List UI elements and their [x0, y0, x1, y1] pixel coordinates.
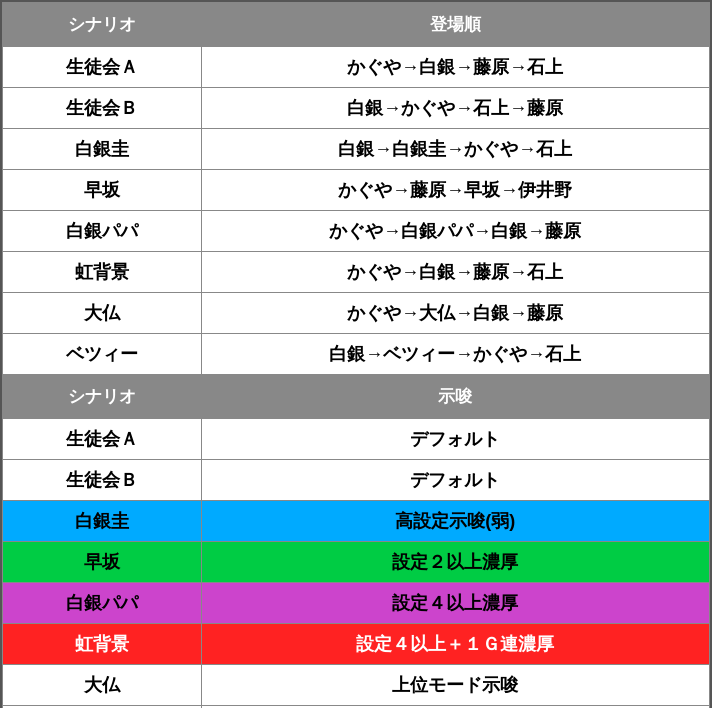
scenario-cell: 虹背景 — [3, 252, 202, 293]
scenario-cell: 生徒会Ｂ — [3, 88, 202, 129]
content-cell: 高設定示唆(弱) — [201, 501, 709, 542]
content-cell: 上位モード示唆 — [201, 665, 709, 706]
table-row: 白銀パパ かぐや→白銀パパ→白銀→藤原 — [3, 211, 710, 252]
content-cell: かぐや→藤原→早坂→伊井野 — [201, 170, 709, 211]
scenario-cell: 大仏 — [3, 665, 202, 706]
scenario-cell: 早坂 — [3, 170, 202, 211]
table-row: 虹背景 設定４以上＋１Ｇ連濃厚 — [3, 624, 710, 665]
table-row: 大仏 かぐや→大仏→白銀→藤原 — [3, 293, 710, 334]
table-row: ベツィー 白銀→ベツィー→かぐや→石上 — [3, 334, 710, 375]
table-row: 早坂 設定２以上濃厚 — [3, 542, 710, 583]
section1-col2-header: 登場順 — [201, 3, 709, 47]
scenario-cell: 白銀パパ — [3, 583, 202, 624]
content-cell: 白銀→ベツィー→かぐや→石上 — [201, 334, 709, 375]
table-row: 生徒会Ｂ デフォルト — [3, 460, 710, 501]
content-cell: かぐや→白銀パパ→白銀→藤原 — [201, 211, 709, 252]
content-cell: かぐや→白銀→藤原→石上 — [201, 252, 709, 293]
section1-header-row: シナリオ 登場順 — [3, 3, 710, 47]
content-cell: 設定４以上＋１Ｇ連濃厚 — [201, 624, 709, 665]
scenario-cell: 白銀圭 — [3, 501, 202, 542]
table-row: 生徒会Ｂ 白銀→かぐや→石上→藤原 — [3, 88, 710, 129]
scenario-cell: 白銀パパ — [3, 211, 202, 252]
table-row: 早坂 かぐや→藤原→早坂→伊井野 — [3, 170, 710, 211]
content-cell: デフォルト — [201, 419, 709, 460]
section2-header-row: シナリオ 示唆 — [3, 375, 710, 419]
content-cell: かぐや→白銀→藤原→石上 — [201, 47, 709, 88]
table-row: 大仏 上位モード示唆 — [3, 665, 710, 706]
content-cell: 白銀→かぐや→石上→藤原 — [201, 88, 709, 129]
section1-col1-header: シナリオ — [3, 3, 202, 47]
table-row: 白銀圭 白銀→白銀圭→かぐや→石上 — [3, 129, 710, 170]
content-cell: 白銀→白銀圭→かぐや→石上 — [201, 129, 709, 170]
scenario-cell: 大仏 — [3, 293, 202, 334]
content-cell: デフォルト — [201, 460, 709, 501]
section2-col2-header: 示唆 — [201, 375, 709, 419]
table-row: 虹背景 かぐや→白銀→藤原→石上 — [3, 252, 710, 293]
scenario-cell: ベツィー — [3, 334, 202, 375]
scenario-table: シナリオ 登場順 生徒会Ａ かぐや→白銀→藤原→石上 生徒会Ｂ 白銀→かぐや→石… — [2, 2, 710, 708]
scenario-cell: 白銀圭 — [3, 129, 202, 170]
table-row: 生徒会Ａ デフォルト — [3, 419, 710, 460]
content-cell: 設定４以上濃厚 — [201, 583, 709, 624]
scenario-cell: 生徒会Ａ — [3, 419, 202, 460]
scenario-cell: 生徒会Ｂ — [3, 460, 202, 501]
table-row: 白銀パパ 設定４以上濃厚 — [3, 583, 710, 624]
scenario-cell: 生徒会Ａ — [3, 47, 202, 88]
main-table-container: シナリオ 登場順 生徒会Ａ かぐや→白銀→藤原→石上 生徒会Ｂ 白銀→かぐや→石… — [0, 0, 712, 708]
scenario-cell: 虹背景 — [3, 624, 202, 665]
content-cell: かぐや→大仏→白銀→藤原 — [201, 293, 709, 334]
section2-col1-header: シナリオ — [3, 375, 202, 419]
table-row: 白銀圭 高設定示唆(弱) — [3, 501, 710, 542]
table-row: 生徒会Ａ かぐや→白銀→藤原→石上 — [3, 47, 710, 88]
content-cell: 設定２以上濃厚 — [201, 542, 709, 583]
scenario-cell: 早坂 — [3, 542, 202, 583]
